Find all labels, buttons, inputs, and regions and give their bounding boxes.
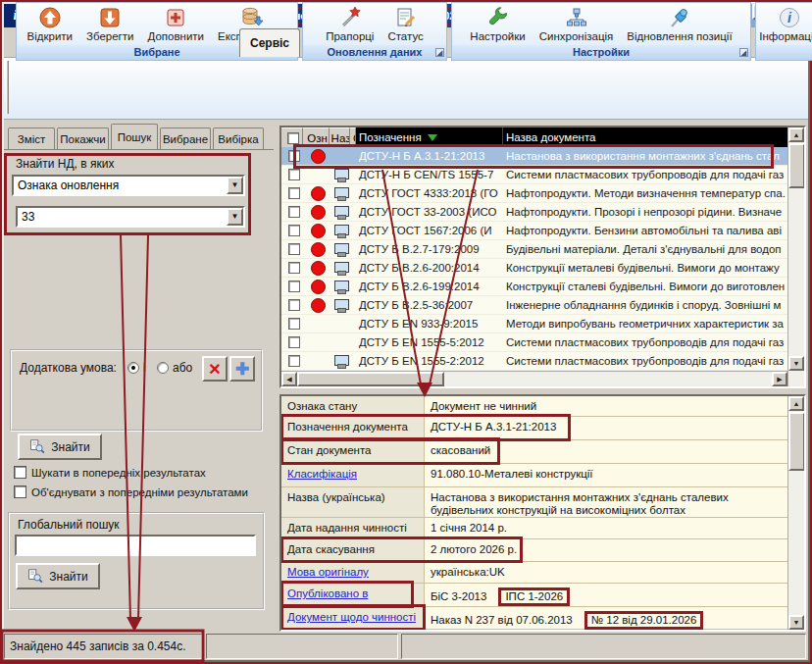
add-condition-button[interactable]: ✚ — [229, 356, 255, 382]
checkbox-icon[interactable] — [288, 355, 300, 367]
left-tab-search[interactable]: Пошук — [111, 124, 158, 149]
row-checkbox-cell[interactable] — [281, 184, 303, 202]
checkbox-icon[interactable] — [288, 262, 300, 274]
scrollbar-thumb[interactable] — [788, 143, 805, 188]
scroll-up-icon[interactable]: ▲ — [788, 128, 804, 142]
header-mark[interactable]: Озн — [303, 128, 330, 147]
status-button[interactable]: Статус — [381, 5, 430, 46]
checkbox-icon[interactable] — [288, 225, 300, 236]
sync-button[interactable]: Синхронізація — [533, 5, 621, 46]
checkbox-icon[interactable] — [14, 485, 26, 498]
checkbox-icon[interactable] — [288, 281, 300, 292]
document-name-cell[interactable]: Нафтопродукти. Прозорі і непрозорі рідин… — [503, 203, 787, 221]
scrollbar-thumb[interactable] — [297, 372, 444, 386]
checkbox-icon[interactable] — [288, 318, 300, 330]
table-row[interactable]: ДСТУ Б В.2.7-179:2009Будівельні матеріал… — [281, 240, 787, 259]
chevron-down-icon[interactable]: ▼ — [227, 208, 243, 226]
row-checkbox-cell[interactable] — [281, 296, 303, 314]
designation-cell[interactable]: ДСТУ-Н Б А.3.1-21:2013 — [356, 147, 503, 165]
table-row[interactable]: ДСТУ Б В.2.6-200:2014Конструкції металев… — [281, 259, 787, 278]
designation-cell[interactable]: ДСТУ ГОСТ 4333:2018 (ГО — [356, 184, 503, 202]
document-name-cell[interactable]: Конструкції металеві будівельні. Вимоги … — [503, 259, 787, 277]
tab-service[interactable]: Сервіс — [239, 28, 300, 57]
restore-position-button[interactable]: Відновлення позиції — [620, 5, 738, 46]
search-criterion-combo[interactable]: Ознака оновлення ▼ — [12, 175, 245, 196]
designation-cell[interactable]: ДСТУ Б EN 933-9:2015 — [356, 315, 503, 332]
designation-cell[interactable]: ДСТУ Б В.2.5-36:2007 — [356, 296, 503, 314]
designation-cell[interactable]: ДСТУ-Н Б CEN/TS 1555-7 — [356, 166, 503, 183]
find-button[interactable]: Знайти — [18, 434, 102, 460]
settings-button[interactable]: Настройки — [463, 5, 532, 46]
checkbox-icon[interactable] — [288, 206, 300, 218]
row-checkbox-cell[interactable] — [281, 222, 303, 239]
table-row[interactable]: ДСТУ-Н Б CEN/TS 1555-7Системи пластмасов… — [281, 166, 787, 184]
document-name-cell[interactable]: Настанова з використання монтажних з'єдн… — [503, 147, 787, 165]
details-link-label[interactable]: Документ щодо чинності — [281, 607, 425, 629]
toolbar-gripper[interactable] — [6, 61, 9, 114]
document-name-cell[interactable]: Нафтопродукти. Методи визначення темпера… — [503, 184, 787, 202]
checkbox-merge-previous[interactable]: Об'єднувати з попередніми результатами — [14, 485, 271, 498]
row-checkbox-cell[interactable] — [281, 352, 303, 370]
table-row[interactable]: ДСТУ Б В.2.6-199:2014Конструкції сталеві… — [281, 278, 787, 296]
document-name-cell[interactable]: Методи випробувань геометричних характер… — [503, 315, 787, 332]
document-name-cell[interactable]: Системи пластмасових трубопроводів для п… — [503, 352, 787, 370]
dialog-launcher-icon[interactable]: ◢ — [739, 48, 748, 57]
table-row[interactable]: ДСТУ ГОСТ 4333:2018 (ГОНафтопродукти. Ме… — [281, 184, 787, 203]
designation-cell[interactable]: ДСТУ ГОСТ 1567:2006 (И — [356, 222, 503, 239]
scrollbar-thumb[interactable] — [788, 412, 805, 471]
row-checkbox-cell[interactable] — [281, 166, 303, 183]
flags-button[interactable]: Прапорці — [319, 5, 381, 46]
global-search-input[interactable] — [15, 535, 256, 556]
row-checkbox-cell[interactable] — [281, 259, 303, 277]
checkbox-icon[interactable] — [288, 150, 300, 162]
table-vertical-scrollbar[interactable]: ▲ ▼ — [787, 128, 804, 386]
table-horizontal-scrollbar[interactable]: ◀ ▶ — [281, 371, 787, 386]
left-tab-index[interactable]: Покажчи — [57, 128, 109, 149]
checkbox-icon[interactable] — [288, 299, 300, 311]
details-vertical-scrollbar[interactable]: ▲ ▼ — [787, 396, 804, 630]
row-checkbox-cell[interactable] — [281, 315, 303, 332]
designation-cell[interactable]: ДСТУ Б EN 1555-2:2012 — [356, 352, 503, 370]
designation-cell[interactable]: ДСТУ Б В.2.7-179:2009 — [356, 240, 503, 258]
table-row[interactable]: ДСТУ Б В.2.5-36:2007Інженерне обладнання… — [281, 296, 787, 315]
checkbox-icon[interactable] — [288, 336, 300, 348]
header-document-name[interactable]: Назва документа — [503, 128, 804, 147]
designation-cell[interactable]: ДСТУ Б EN 1555-5:2012 — [356, 333, 503, 351]
table-row[interactable]: ДСТУ ГОСТ 1567:2006 (ИНафтопродукти. Бен… — [281, 222, 787, 240]
scroll-down-icon[interactable]: ▼ — [788, 356, 804, 371]
document-name-cell[interactable]: Нафтопродукти. Бензини автомобільні та п… — [503, 222, 787, 239]
details-link-label[interactable]: Мова оригіналу — [281, 562, 425, 583]
open-button[interactable]: Відкрити — [21, 5, 79, 46]
dialog-launcher-icon[interactable]: ◢ — [435, 48, 444, 57]
row-checkbox-cell[interactable] — [281, 147, 303, 165]
radio-and[interactable] — [127, 362, 139, 374]
information-button[interactable]: i Інформація — [752, 5, 812, 46]
remove-condition-button[interactable]: ✕ — [202, 356, 228, 382]
document-name-cell[interactable]: Інженерне обладнання будинків і споруд. … — [503, 296, 787, 314]
checkbox-icon[interactable] — [288, 169, 300, 180]
designation-cell[interactable]: ДСТУ ГОСТ 33-2003 (ИСО — [356, 203, 503, 221]
header-designation[interactable]: Позначення — [356, 128, 503, 147]
document-name-cell[interactable]: Системи пластмасових трубопроводів для п… — [503, 333, 787, 351]
scroll-up-icon[interactable]: ▲ — [788, 396, 804, 411]
checkbox-icon[interactable] — [287, 132, 299, 144]
left-tab-selection[interactable]: Вибірка — [213, 128, 264, 149]
row-checkbox-cell[interactable] — [281, 333, 303, 351]
scroll-right-icon[interactable]: ▶ — [772, 372, 787, 386]
append-button[interactable]: Доповнити — [141, 5, 212, 46]
global-find-button[interactable]: Знайти — [16, 563, 100, 589]
row-checkbox-cell[interactable] — [281, 278, 303, 295]
document-name-cell[interactable]: Системи пластмасових трубопроводів для п… — [503, 166, 787, 183]
details-link-label[interactable]: Класифікація — [281, 464, 425, 486]
checkbox-icon[interactable] — [288, 243, 300, 255]
header-pc[interactable]: Наз — [330, 128, 350, 147]
table-row[interactable]: ДСТУ Б EN 933-9:2015Методи випробувань г… — [281, 315, 787, 333]
checkbox-icon[interactable] — [14, 466, 26, 479]
table-row[interactable]: ДСТУ-Н Б А.3.1-21:2013Настанова з викори… — [281, 147, 787, 166]
document-name-cell[interactable]: Конструкції сталеві будівельні. Вимоги д… — [503, 278, 787, 295]
checkbox-icon[interactable] — [288, 187, 300, 199]
radio-or[interactable] — [157, 362, 169, 374]
save-button[interactable]: Зберегти — [79, 5, 140, 46]
table-row[interactable]: ДСТУ ГОСТ 33-2003 (ИСОНафтопродукти. Про… — [281, 203, 787, 222]
details-link-label[interactable]: Опубліковано в — [281, 584, 425, 606]
